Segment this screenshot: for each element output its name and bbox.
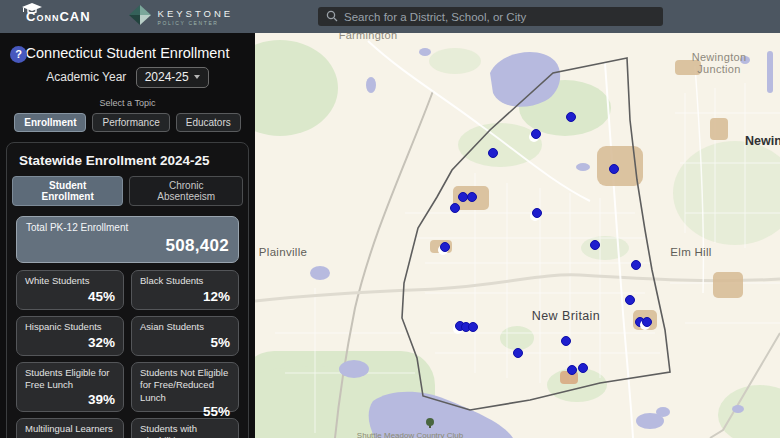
stat-card: Students with Disabilities19% [131, 418, 239, 438]
academic-year-value: 2024-25 [145, 70, 189, 84]
stat-label: Black Students [140, 275, 230, 287]
panel-tabs: Student EnrollmentChronic Absenteeism [12, 176, 243, 206]
stat-label: Multilingual Learners [25, 423, 115, 435]
school-marker[interactable] [625, 295, 635, 305]
school-marker[interactable] [488, 148, 498, 158]
tab-chronic-absenteeism[interactable]: Chronic Absenteeism [129, 176, 243, 206]
stat-value: 55% [140, 404, 230, 419]
school-marker[interactable] [590, 240, 600, 250]
academic-year-row: Academic Year 2024-25 [0, 67, 255, 88]
keystone-logo[interactable]: KEYSTONE POLICY CENTER [129, 5, 234, 29]
help-button[interactable]: ? [10, 46, 27, 63]
total-enrollment-label: Total PK-12 Enrollment [26, 222, 229, 233]
stat-value: 5% [140, 335, 230, 350]
keystone-wordmark: KEYSTONE POLICY CENTER [158, 8, 234, 26]
school-marker[interactable] [567, 365, 577, 375]
school-marker[interactable] [642, 317, 652, 327]
top-header: ConnCAN KEYSTONE POLICY CENTER [0, 0, 780, 33]
total-enrollment-value: 508,402 [26, 236, 229, 256]
school-marker[interactable] [561, 336, 571, 346]
topic-educators[interactable]: Educators [176, 113, 241, 132]
stat-card: Hispanic Students32% [16, 316, 124, 356]
stat-card: Multilingual Learners11% [16, 418, 124, 438]
search-bar[interactable] [318, 7, 663, 26]
school-marker[interactable] [578, 363, 588, 373]
stat-label: Students Not Eligible for Free/Reduced L… [140, 367, 230, 404]
tab-student-enrollment[interactable]: Student Enrollment [12, 176, 123, 206]
stat-value: 45% [25, 289, 115, 304]
conncan-logo[interactable]: ConnCAN [26, 9, 91, 24]
total-enrollment-card: Total PK-12 Enrollment 508,402 [16, 216, 239, 263]
school-marker[interactable] [531, 129, 541, 139]
search-input[interactable] [344, 11, 655, 23]
school-marker[interactable] [467, 192, 477, 202]
school-marker[interactable] [450, 203, 460, 213]
school-marker[interactable] [532, 208, 542, 218]
topic-buttons: EnrollmentPerformanceEducators [0, 113, 255, 132]
school-marker[interactable] [513, 348, 523, 358]
school-marker[interactable] [468, 322, 478, 332]
school-marker[interactable] [609, 164, 619, 174]
keystone-diamond-icon [129, 5, 151, 29]
map-canvas[interactable]: FarmingtonNewington JunctionNewingtonPla… [255, 33, 780, 438]
school-marker[interactable] [440, 242, 450, 252]
academic-year-label: Academic Year [46, 70, 126, 84]
school-marker[interactable] [566, 112, 576, 122]
statewide-panel: Statewide Enrollment 2024-25 Student Enr… [6, 142, 249, 438]
stat-card: Asian Students5% [131, 316, 239, 356]
stat-value: 12% [140, 289, 230, 304]
stat-value: 39% [25, 392, 115, 407]
stats-grid: White Students45%Black Students12%Hispan… [16, 270, 239, 438]
page-title: Connecticut Student Enrollment [0, 45, 255, 61]
chevron-down-icon [194, 75, 200, 79]
search-icon [326, 8, 338, 26]
stat-card: Students Eligible for Free Lunch39% [16, 362, 124, 412]
academic-year-select[interactable]: 2024-25 [136, 67, 209, 88]
stat-label: Students Eligible for Free Lunch [25, 367, 115, 392]
panel-title: Statewide Enrollment 2024-25 [12, 153, 243, 168]
stat-card: Black Students12% [131, 270, 239, 310]
stat-label: Hispanic Students [25, 321, 115, 333]
stat-value: 32% [25, 335, 115, 350]
select-topic-label: Select a Topic [0, 98, 255, 108]
stat-label: Students with Disabilities [140, 423, 230, 438]
map-markers [255, 33, 780, 438]
school-marker[interactable] [631, 260, 641, 270]
stat-card: Students Not Eligible for Free/Reduced L… [131, 362, 239, 412]
sidebar: ? Connecticut Student Enrollment Academi… [0, 33, 255, 438]
stat-label: Asian Students [140, 321, 230, 333]
graduation-cap-icon [22, 0, 42, 18]
stat-label: White Students [25, 275, 115, 287]
title-row: ? Connecticut Student Enrollment [0, 33, 255, 61]
stat-card: White Students45% [16, 270, 124, 310]
app-window: ConnCAN KEYSTONE POLICY CENTER [0, 0, 780, 438]
topic-performance[interactable]: Performance [92, 113, 169, 132]
topic-enrollment[interactable]: Enrollment [14, 113, 86, 132]
